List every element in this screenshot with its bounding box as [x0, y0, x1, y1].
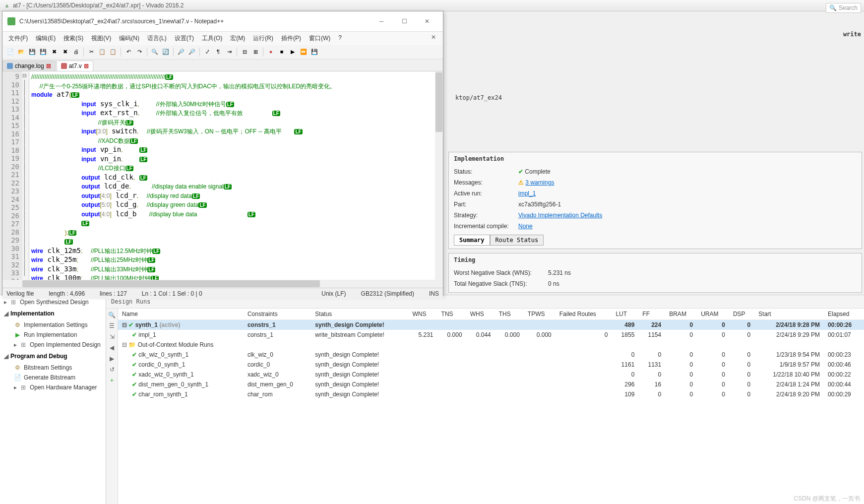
column-header[interactable]: Start — [754, 309, 824, 320]
design-runs-table[interactable]: NameConstraintsStatusWNSTNSWHSTHSTPWSFai… — [118, 309, 864, 504]
save-all-icon[interactable]: 💾 — [38, 47, 48, 57]
wrap-icon[interactable]: ⤦ — [202, 47, 212, 57]
table-row[interactable]: ✔ clk_wiz_0_synth_1clk_wiz_0synth_design… — [118, 350, 864, 360]
close-all-icon[interactable]: ✖ — [60, 47, 70, 57]
search-icon[interactable]: 🔍 — [108, 311, 117, 319]
menu-item[interactable]: 视图(V) — [88, 33, 114, 44]
scrollbar-thumb[interactable] — [435, 72, 442, 132]
find-icon[interactable]: 🔍 — [150, 47, 160, 57]
close-icon[interactable]: ✖ — [49, 47, 59, 57]
menu-item[interactable]: 工具(O) — [199, 33, 225, 44]
stop-icon[interactable]: ■ — [277, 47, 287, 57]
scrollbar-thumb[interactable] — [22, 280, 320, 287]
cut-icon[interactable]: ✂ — [86, 47, 96, 57]
save-icon[interactable]: 💾 — [27, 47, 37, 57]
menubar-close-icon[interactable]: ✕ — [427, 33, 440, 44]
reset-icon[interactable]: ↺ — [108, 365, 117, 374]
column-header[interactable]: WHS — [466, 309, 495, 320]
editor-tab[interactable]: at7.v⊠ — [57, 61, 93, 71]
flow-open-impl[interactable]: ▸⊞Open Implemented Design — [2, 340, 104, 350]
table-row[interactable]: ✔ cordic_0_synth_1cordic_0synth_design C… — [118, 360, 864, 370]
expand-icon[interactable]: ⇲ — [108, 332, 117, 341]
column-header[interactable]: Constraints — [244, 309, 311, 320]
column-header[interactable]: THS — [495, 309, 524, 320]
record-icon[interactable]: ● — [266, 47, 276, 57]
flow-gen-bitstream[interactable]: 📄Generate Bitstream — [2, 373, 104, 382]
column-header[interactable]: Status — [311, 309, 408, 320]
tab-route-status[interactable]: Route Status — [490, 235, 544, 246]
tab-close-icon[interactable]: ⊠ — [84, 63, 89, 69]
code-content[interactable]: ////////////////////////////////////////… — [29, 71, 443, 280]
new-file-icon[interactable]: 📄 — [5, 47, 15, 57]
column-header[interactable]: WNS — [408, 309, 437, 320]
print-icon[interactable]: 🖨 — [71, 47, 81, 57]
column-header[interactable]: Failed Routes — [555, 309, 612, 320]
tab-close-icon[interactable]: ⊠ — [46, 63, 51, 69]
unfold-icon[interactable]: ⊞ — [250, 47, 260, 57]
open-file-icon[interactable]: 📂 — [16, 47, 26, 57]
paste-icon[interactable]: 📋 — [108, 47, 118, 57]
zoom-out-icon[interactable]: 🔎 — [187, 47, 197, 57]
table-row[interactable]: ✔ char_rom_synth_1char_romsynth_design C… — [118, 389, 864, 399]
column-header[interactable]: DSP — [729, 309, 754, 320]
flow-run-impl[interactable]: ▶Run Implementation — [2, 330, 104, 340]
npp-title-bar[interactable]: C:\Users\13585\Desktop\at7_ex24\at7.srcs… — [2, 11, 443, 32]
menu-item[interactable]: 搜索(S) — [61, 33, 86, 44]
column-header[interactable]: LUT — [612, 309, 638, 320]
undo-icon[interactable]: ↶ — [123, 47, 133, 57]
next-icon[interactable]: ▶ — [108, 354, 117, 363]
filter-icon[interactable]: ☰ — [108, 321, 117, 330]
column-header[interactable]: TNS — [437, 309, 466, 320]
table-row[interactable]: ✔ dist_mem_gen_0_synth_1dist_mem_gen_0sy… — [118, 379, 864, 389]
column-header[interactable]: FF — [638, 309, 665, 320]
menu-item[interactable]: 插件(P) — [278, 33, 304, 44]
flow-open-hw[interactable]: ▸⊞Open Hardware Manager — [2, 382, 104, 392]
add-icon[interactable]: + — [108, 376, 117, 385]
menu-item[interactable]: 语言(L) — [144, 33, 170, 44]
show-chars-icon[interactable]: ¶ — [213, 47, 223, 57]
column-header[interactable]: URAM — [697, 309, 729, 320]
menu-item[interactable]: 编码(N) — [116, 33, 142, 44]
indent-icon[interactable]: ⇥ — [224, 47, 234, 57]
table-row[interactable]: ✔ impl_1constrs_1write_bitstream Complet… — [118, 330, 864, 340]
fast-icon[interactable]: ⏩ — [299, 47, 309, 57]
impl-strategy-link[interactable]: Vivado Implementation Defaults — [518, 212, 602, 219]
vertical-scrollbar[interactable] — [435, 71, 443, 280]
flow-prog-header[interactable]: ◢Program and Debug — [2, 350, 104, 363]
copy-icon[interactable]: 📋 — [97, 47, 107, 57]
menu-item[interactable]: 设置(T) — [172, 33, 197, 44]
zoom-in-icon[interactable]: 🔎 — [176, 47, 186, 57]
table-row[interactable]: ⊟ 📁 Out-of-Context Module Runs — [118, 340, 864, 350]
impl-incremental-link[interactable]: None — [518, 223, 533, 230]
horizontal-scrollbar[interactable] — [2, 280, 443, 288]
redo-icon[interactable]: ↷ — [134, 47, 144, 57]
minimize-button[interactable]: ─ — [370, 14, 392, 28]
impl-messages-link[interactable]: 3 warnings — [525, 179, 554, 186]
column-header[interactable]: Elapsed — [824, 309, 864, 320]
menu-item[interactable]: 窗口(W) — [306, 33, 333, 44]
fold-icon[interactable]: ⊟ — [240, 47, 249, 57]
flow-impl-settings[interactable]: ⚙Implementation Settings — [2, 320, 104, 330]
menu-item[interactable]: 运行(R) — [250, 33, 276, 44]
menu-item[interactable]: 编辑(E) — [33, 33, 59, 44]
column-header[interactable]: BRAM — [665, 309, 697, 320]
menu-item[interactable]: ? — [335, 33, 345, 44]
menu-item[interactable]: 文件(F) — [5, 33, 31, 44]
play-macro-icon[interactable]: ▶ — [288, 47, 298, 57]
code-editor[interactable]: 9 10 11 12 13 14 15 16 17 18 19 20 21 22… — [2, 71, 443, 280]
save-macro-icon[interactable]: 💾 — [309, 47, 319, 57]
table-row[interactable]: ✔ xadc_wiz_0_synth_1xadc_wiz_0synth_desi… — [118, 370, 864, 379]
replace-icon[interactable]: 🔄 — [161, 47, 171, 57]
fold-gutter[interactable]: ⊟ │ │ │ │ │ │ │ │ │ │ │ │ │ │ │ │ │ │ │ … — [22, 71, 29, 280]
impl-activerun-link[interactable]: impl_1 — [518, 190, 536, 197]
editor-tab[interactable]: change.log⊠ — [2, 61, 56, 71]
flow-bitstream-settings[interactable]: ⚙Bitstream Settings — [2, 363, 104, 373]
menu-item[interactable]: 宏(M) — [227, 33, 248, 44]
column-header[interactable]: TPWS — [524, 309, 555, 320]
tab-summary[interactable]: Summary — [454, 235, 490, 246]
column-header[interactable]: Name — [118, 309, 244, 320]
flow-impl-header[interactable]: ◢Implementation — [2, 307, 104, 320]
close-button[interactable]: ✕ — [416, 14, 438, 28]
prev-icon[interactable]: ◀ — [108, 343, 117, 352]
maximize-button[interactable]: ☐ — [393, 14, 415, 28]
